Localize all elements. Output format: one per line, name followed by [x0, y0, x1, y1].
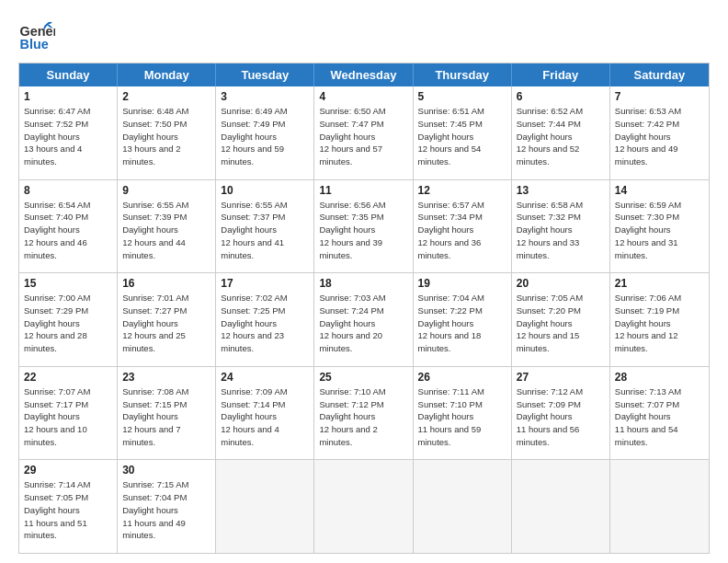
calendar-cell: 15Sunrise: 7:00 AMSunset: 7:29 PMDayligh… [19, 273, 118, 366]
day-number: 1 [24, 90, 112, 103]
calendar-cell [314, 460, 413, 553]
day-info: Sunrise: 6:54 AMSunset: 7:40 PMDaylight … [24, 199, 112, 262]
calendar-cell: 23Sunrise: 7:08 AMSunset: 7:15 PMDayligh… [118, 367, 216, 460]
day-number: 23 [122, 371, 210, 384]
calendar-cell: 16Sunrise: 7:01 AMSunset: 7:27 PMDayligh… [118, 273, 216, 366]
week-row-4: 22Sunrise: 7:07 AMSunset: 7:17 PMDayligh… [19, 366, 709, 460]
week-row-2: 8Sunrise: 6:54 AMSunset: 7:40 PMDaylight… [19, 179, 709, 273]
calendar-cell: 25Sunrise: 7:10 AMSunset: 7:12 PMDayligh… [314, 367, 413, 460]
day-info: Sunrise: 6:47 AMSunset: 7:52 PMDaylight … [24, 105, 112, 168]
day-info: Sunrise: 6:58 AMSunset: 7:32 PMDaylight … [517, 199, 605, 262]
calendar-cell [414, 460, 512, 553]
day-number: 29 [24, 464, 112, 477]
calendar-cell: 5Sunrise: 6:51 AMSunset: 7:45 PMDaylight… [414, 86, 512, 179]
day-number: 19 [418, 277, 506, 290]
day-info: Sunrise: 6:50 AMSunset: 7:47 PMDaylight … [319, 105, 407, 168]
day-number: 18 [319, 277, 407, 290]
day-info: Sunrise: 7:03 AMSunset: 7:24 PMDaylight … [319, 292, 407, 355]
day-info: Sunrise: 7:06 AMSunset: 7:19 PMDaylight … [615, 292, 704, 355]
calendar-cell: 28Sunrise: 7:13 AMSunset: 7:07 PMDayligh… [610, 367, 709, 460]
day-info: Sunrise: 7:08 AMSunset: 7:15 PMDaylight … [122, 385, 210, 449]
week-row-3: 15Sunrise: 7:00 AMSunset: 7:29 PMDayligh… [19, 272, 709, 366]
calendar-cell: 1Sunrise: 6:47 AMSunset: 7:52 PMDaylight… [19, 86, 118, 179]
header-day-thursday: Thursday [414, 63, 512, 86]
day-number: 17 [221, 277, 309, 290]
day-info: Sunrise: 6:48 AMSunset: 7:50 PMDaylight … [122, 105, 210, 168]
header-day-sunday: Sunday [19, 63, 118, 86]
day-number: 28 [615, 371, 704, 384]
day-info: Sunrise: 7:01 AMSunset: 7:27 PMDaylight … [122, 292, 210, 355]
day-info: Sunrise: 7:02 AMSunset: 7:25 PMDaylight … [221, 292, 309, 355]
day-info: Sunrise: 6:55 AMSunset: 7:39 PMDaylight … [122, 199, 210, 262]
day-number: 9 [122, 184, 210, 197]
header-day-friday: Friday [512, 63, 610, 86]
header-day-tuesday: Tuesday [216, 63, 314, 86]
calendar: SundayMondayTuesdayWednesdayThursdayFrid… [18, 63, 710, 554]
calendar-cell: 4Sunrise: 6:50 AMSunset: 7:47 PMDaylight… [314, 86, 413, 179]
calendar-cell: 17Sunrise: 7:02 AMSunset: 7:25 PMDayligh… [216, 273, 314, 366]
day-info: Sunrise: 7:05 AMSunset: 7:20 PMDaylight … [517, 292, 605, 355]
header-day-monday: Monday [118, 63, 216, 86]
day-info: Sunrise: 7:04 AMSunset: 7:22 PMDaylight … [418, 292, 506, 355]
day-info: Sunrise: 6:59 AMSunset: 7:30 PMDaylight … [615, 199, 704, 262]
day-info: Sunrise: 6:49 AMSunset: 7:49 PMDaylight … [221, 105, 309, 168]
day-number: 8 [24, 184, 112, 197]
calendar-cell: 11Sunrise: 6:56 AMSunset: 7:35 PMDayligh… [314, 180, 413, 273]
header: General Blue [18, 17, 710, 53]
day-number: 27 [517, 371, 605, 384]
day-info: Sunrise: 7:12 AMSunset: 7:09 PMDaylight … [517, 385, 605, 449]
logo-icon: General Blue [18, 17, 55, 53]
calendar-cell: 18Sunrise: 7:03 AMSunset: 7:24 PMDayligh… [314, 273, 413, 366]
day-number: 14 [615, 184, 704, 197]
day-number: 24 [221, 371, 309, 384]
calendar-cell [512, 460, 610, 553]
calendar-cell: 8Sunrise: 6:54 AMSunset: 7:40 PMDaylight… [19, 180, 118, 273]
calendar-cell: 10Sunrise: 6:55 AMSunset: 7:37 PMDayligh… [216, 180, 314, 273]
day-info: Sunrise: 6:55 AMSunset: 7:37 PMDaylight … [221, 199, 309, 262]
header-day-wednesday: Wednesday [314, 63, 413, 86]
day-number: 21 [615, 277, 704, 290]
calendar-cell: 20Sunrise: 7:05 AMSunset: 7:20 PMDayligh… [512, 273, 610, 366]
calendar-cell [216, 460, 314, 553]
calendar-cell: 3Sunrise: 6:49 AMSunset: 7:49 PMDaylight… [216, 86, 314, 179]
calendar-cell: 9Sunrise: 6:55 AMSunset: 7:39 PMDaylight… [118, 180, 216, 273]
day-info: Sunrise: 7:11 AMSunset: 7:10 PMDaylight … [418, 385, 506, 449]
day-info: Sunrise: 6:56 AMSunset: 7:35 PMDaylight … [319, 199, 407, 262]
day-info: Sunrise: 6:53 AMSunset: 7:42 PMDaylight … [615, 105, 704, 168]
day-info: Sunrise: 6:51 AMSunset: 7:45 PMDaylight … [418, 105, 506, 168]
day-info: Sunrise: 7:10 AMSunset: 7:12 PMDaylight … [319, 385, 407, 449]
day-number: 26 [418, 371, 506, 384]
calendar-header: SundayMondayTuesdayWednesdayThursdayFrid… [19, 63, 709, 86]
day-number: 7 [615, 90, 704, 103]
calendar-cell: 26Sunrise: 7:11 AMSunset: 7:10 PMDayligh… [414, 367, 512, 460]
calendar-cell: 29Sunrise: 7:14 AMSunset: 7:05 PMDayligh… [19, 460, 118, 553]
day-number: 2 [122, 90, 210, 103]
calendar-cell [610, 460, 709, 553]
day-number: 5 [418, 90, 506, 103]
day-number: 30 [122, 464, 210, 477]
calendar-cell: 27Sunrise: 7:12 AMSunset: 7:09 PMDayligh… [512, 367, 610, 460]
day-number: 16 [122, 277, 210, 290]
calendar-cell: 7Sunrise: 6:53 AMSunset: 7:42 PMDaylight… [610, 86, 709, 179]
day-number: 3 [221, 90, 309, 103]
day-info: Sunrise: 7:15 AMSunset: 7:04 PMDaylight … [122, 478, 210, 542]
day-number: 10 [221, 184, 309, 197]
day-info: Sunrise: 6:57 AMSunset: 7:34 PMDaylight … [418, 199, 506, 262]
week-row-5: 29Sunrise: 7:14 AMSunset: 7:05 PMDayligh… [19, 459, 709, 553]
day-info: Sunrise: 7:07 AMSunset: 7:17 PMDaylight … [24, 385, 112, 449]
header-day-saturday: Saturday [610, 63, 709, 86]
calendar-cell: 22Sunrise: 7:07 AMSunset: 7:17 PMDayligh… [19, 367, 118, 460]
calendar-cell: 6Sunrise: 6:52 AMSunset: 7:44 PMDaylight… [512, 86, 610, 179]
svg-text:Blue: Blue [20, 37, 49, 52]
day-info: Sunrise: 7:00 AMSunset: 7:29 PMDaylight … [24, 292, 112, 355]
calendar-cell: 24Sunrise: 7:09 AMSunset: 7:14 PMDayligh… [216, 367, 314, 460]
day-number: 4 [319, 90, 407, 103]
calendar-body: 1Sunrise: 6:47 AMSunset: 7:52 PMDaylight… [19, 86, 709, 553]
calendar-cell: 13Sunrise: 6:58 AMSunset: 7:32 PMDayligh… [512, 180, 610, 273]
day-info: Sunrise: 7:13 AMSunset: 7:07 PMDaylight … [615, 385, 704, 449]
calendar-cell: 21Sunrise: 7:06 AMSunset: 7:19 PMDayligh… [610, 273, 709, 366]
calendar-cell: 30Sunrise: 7:15 AMSunset: 7:04 PMDayligh… [118, 460, 216, 553]
calendar-cell: 14Sunrise: 6:59 AMSunset: 7:30 PMDayligh… [610, 180, 709, 273]
logo: General Blue [18, 17, 55, 53]
calendar-cell: 12Sunrise: 6:57 AMSunset: 7:34 PMDayligh… [414, 180, 512, 273]
